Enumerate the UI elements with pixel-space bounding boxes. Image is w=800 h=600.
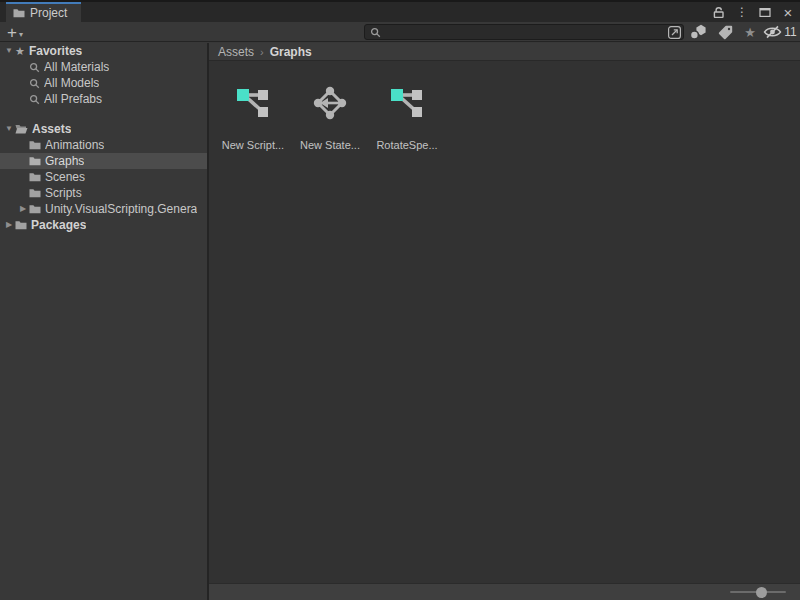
sidebar-item-packages[interactable]: ▶ Packages <box>0 217 207 233</box>
search-icon <box>29 78 40 89</box>
folder-icon <box>29 188 41 198</box>
tab-project[interactable]: Project <box>6 2 81 22</box>
search-icon <box>370 27 381 38</box>
expander-icon[interactable]: ▼ <box>3 121 15 137</box>
chevron-right-icon: › <box>260 46 264 58</box>
folder-icon <box>29 156 41 166</box>
expander-icon[interactable]: ▼ <box>3 43 15 59</box>
sidebar-item-assets[interactable]: ▼ Assets <box>0 121 207 137</box>
kebab-menu-icon[interactable]: ⋮ <box>734 4 750 20</box>
search-by-label-icon[interactable] <box>712 23 738 41</box>
project-toolbar: + ▾ <box>0 22 800 42</box>
tab-label: Project <box>30 6 67 20</box>
sidebar-section-gap <box>0 107 207 121</box>
toolbar-right-icons: ★ 11 <box>685 22 798 42</box>
script-graph-icon <box>388 84 426 122</box>
asset-grid: New Script... New S <box>209 62 800 583</box>
window-controls: ⋮ × <box>711 2 796 22</box>
sidebar-item-scenes[interactable]: Scenes <box>0 169 207 185</box>
asset-label: New Script... <box>222 139 284 151</box>
eye-slash-icon <box>763 25 782 39</box>
project-sidebar: ▼ ★ Favorites All Materials All Models <box>0 43 207 600</box>
tab-bar: Project ⋮ × <box>0 2 800 22</box>
asset-item-rotatespe[interactable]: RotateSpe... <box>369 84 445 151</box>
folder-icon <box>13 8 25 18</box>
hidden-count: 11 <box>784 25 796 39</box>
asset-label: RotateSpe... <box>376 139 437 151</box>
zoom-slider[interactable] <box>730 591 786 593</box>
folder-open-icon <box>15 124 28 134</box>
folder-icon <box>29 204 41 214</box>
script-graph-icon <box>234 84 272 122</box>
hidden-count-toggle[interactable]: 11 <box>762 23 798 41</box>
search-by-type-icon[interactable] <box>685 23 712 41</box>
sidebar-item-unity-visualscripting-generated[interactable]: ▶ Unity.VisualScripting.Genera <box>0 201 207 217</box>
expander-icon[interactable]: ▶ <box>3 217 15 233</box>
search-icon <box>29 62 40 73</box>
maximize-icon[interactable] <box>757 4 773 20</box>
sidebar-item-scripts[interactable]: Scripts <box>0 185 207 201</box>
unity-project-window: Project ⋮ × + ▾ <box>0 0 800 600</box>
close-icon[interactable]: × <box>780 4 796 20</box>
plus-icon: + <box>7 24 17 42</box>
folder-icon <box>29 172 41 182</box>
state-graph-icon <box>311 84 349 122</box>
chevron-down-icon: ▾ <box>19 28 23 42</box>
sidebar-item-all-prefabs[interactable]: All Prefabs <box>0 91 207 107</box>
sidebar-item-animations[interactable]: Animations <box>0 137 207 153</box>
expander-icon[interactable]: ▶ <box>17 201 29 217</box>
sidebar-item-graphs[interactable]: Graphs <box>0 153 207 169</box>
star-icon: ★ <box>15 45 25 58</box>
asset-panel: Assets › Graphs New Script. <box>209 43 800 600</box>
breadcrumb: Assets › Graphs <box>209 43 800 61</box>
sidebar-item-all-models[interactable]: All Models <box>0 75 207 91</box>
breadcrumb-assets[interactable]: Assets <box>218 45 254 59</box>
unlock-icon[interactable] <box>711 4 727 20</box>
folder-icon <box>15 220 27 230</box>
folder-icon <box>29 140 41 150</box>
zoom-slider-thumb[interactable] <box>756 587 767 598</box>
asset-label: New State... <box>300 139 360 151</box>
search-input[interactable] <box>381 26 666 38</box>
sidebar-item-all-materials[interactable]: All Materials <box>0 59 207 75</box>
create-asset-button[interactable]: + ▾ <box>7 22 23 42</box>
search-field[interactable] <box>364 24 684 40</box>
asset-item-new-script[interactable]: New Script... <box>215 84 291 151</box>
open-search-window-icon[interactable] <box>666 25 682 39</box>
status-bar <box>209 583 800 600</box>
sidebar-item-favorites[interactable]: ▼ ★ Favorites <box>0 43 207 59</box>
saved-search-star-icon[interactable]: ★ <box>738 23 762 41</box>
search-icon <box>29 94 40 105</box>
asset-item-new-state[interactable]: New State... <box>292 84 368 151</box>
breadcrumb-graphs[interactable]: Graphs <box>270 45 312 59</box>
